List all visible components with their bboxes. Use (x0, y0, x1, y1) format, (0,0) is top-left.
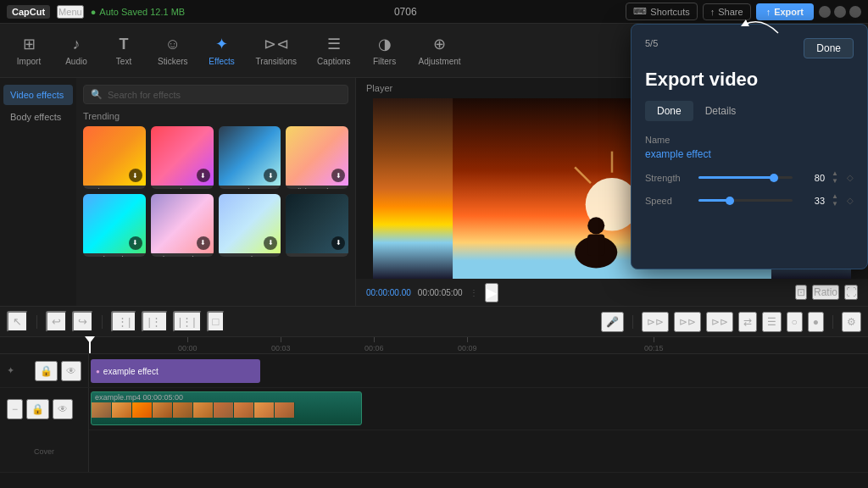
timeline-tracks: ✦ 🔒 👁 example effect − 🔒 (0, 354, 868, 488)
strength-label: Strength (645, 173, 692, 183)
stickers-icon: ☺ (165, 36, 181, 53)
ruler-marks: 00:00 00:03 00:06 00:09 00:15 (178, 337, 868, 353)
adjustment-label: Adjustment (419, 57, 461, 66)
effect-thumbnail-4: ⬇ (286, 126, 348, 186)
separator-1 (36, 315, 37, 329)
tl-ctrl-4[interactable]: ⇄ (738, 312, 757, 332)
menu-button[interactable]: Menu (57, 5, 84, 19)
effect-thumbnail-6: ⬇ (151, 194, 214, 253)
playhead[interactable] (89, 337, 91, 353)
tab-details[interactable]: Details (693, 101, 748, 121)
download-icon-3: ⬇ (264, 169, 277, 182)
tl-ctrl-6[interactable]: ○ (787, 312, 803, 332)
toolbar-captions[interactable]: ☰ Captions (309, 30, 359, 71)
effect-lock-button[interactable]: 🔒 (35, 361, 58, 381)
search-bar[interactable]: 🔍 Search for effects (83, 85, 348, 104)
speed-row: Speed 33 ▲ ▼ ◇ (645, 193, 854, 208)
toolbar-adjustment[interactable]: ⊕ Adjustment (410, 30, 470, 71)
timeline-settings-button[interactable]: ⚙ (842, 312, 861, 332)
ruler-tick-1 (281, 337, 281, 342)
close-button[interactable] (849, 6, 861, 18)
effect-item-leak[interactable]: ⬇ Leak 1 (219, 194, 281, 257)
effects-label: Effects (209, 57, 234, 66)
download-icon-5: ⬇ (129, 236, 142, 250)
video-effects-label: Video effects (10, 90, 64, 100)
nav-video-effects[interactable]: Video effects (3, 85, 73, 105)
strength-fill (698, 176, 774, 179)
toolbar-stickers[interactable]: ☺ Stickers (149, 30, 197, 71)
download-icon-8: ⬇ (331, 236, 345, 250)
toolbar-filters[interactable]: ◑ Filters (363, 30, 407, 71)
effect-item-flickery[interactable]: ⬇ Flickery Shots (286, 126, 348, 189)
tl-ctrl-5[interactable]: ☰ (762, 312, 782, 332)
strength-spinner[interactable]: ▲ ▼ (832, 170, 838, 185)
nav-body-effects[interactable]: Body effects (3, 107, 73, 127)
effect-track-controls: 🔒 👁 (35, 361, 81, 381)
tl-ctrl-3[interactable]: ⊳⊳ (706, 312, 733, 332)
split-button[interactable]: |⋮| (173, 311, 202, 332)
transitions-icon: ⊳⊲ (264, 35, 289, 53)
mic-button[interactable]: 🎤 (601, 312, 624, 332)
effect-item-diamo-zoom[interactable]: ⬇ Diam...Zoom (83, 126, 146, 189)
window-controls (819, 6, 861, 18)
split-before-button[interactable]: ⋮| (111, 311, 136, 332)
toolbar-effects[interactable]: ✦ Effects (200, 30, 244, 71)
filters-label: Filters (373, 57, 396, 66)
separator-4 (832, 315, 833, 329)
video-lock-button[interactable]: 🔒 (26, 399, 49, 419)
fullscreen-fit-button[interactable]: ⊡ (795, 285, 807, 300)
body-effects-label: Body effects (10, 112, 61, 122)
audio-icon: ♪ (73, 36, 81, 53)
toolbar-transitions[interactable]: ⊳⊲ Transitions (248, 30, 306, 71)
maximize-button[interactable] (834, 6, 846, 18)
ruler-label-1: 00:03 (271, 344, 291, 352)
effect-item-fade-in[interactable]: ⬇ Fade In (219, 126, 281, 189)
strength-slider[interactable] (698, 176, 793, 179)
video-track-header: − 🔒 👁 (0, 388, 89, 430)
strength-down[interactable]: ▼ (832, 178, 838, 185)
speed-up[interactable]: ▲ (832, 193, 838, 200)
toolbar-text[interactable]: T Text (102, 30, 146, 71)
speed-spinner[interactable]: ▲ ▼ (832, 193, 838, 208)
tl-ctrl-2[interactable]: ⊳⊳ (674, 312, 701, 332)
video-minus-button[interactable]: − (7, 399, 23, 419)
undo-button[interactable]: ↩ (46, 311, 67, 332)
cursor-tool[interactable]: ↖ (7, 311, 28, 332)
ratio-button[interactable]: Ratio (812, 285, 839, 300)
effect-item-edge-glow[interactable]: ⬇ Edge Glow (83, 194, 146, 257)
minimize-button[interactable] (819, 6, 831, 18)
redo-button[interactable]: ↪ (72, 311, 93, 332)
shortcuts-button[interactable]: ⌨ Shortcuts (626, 3, 697, 20)
svg-point-3 (587, 217, 604, 234)
separator-2 (102, 315, 103, 329)
split-after-button[interactable]: |⋮ (142, 311, 167, 332)
effect-item-blur[interactable]: ⬇ Blur (151, 126, 214, 189)
video-eye-button[interactable]: 👁 (53, 399, 73, 419)
tab-done[interactable]: Done (645, 101, 693, 121)
ratio-label: Ratio (814, 286, 837, 298)
speed-slider[interactable] (698, 199, 793, 202)
fullscreen-button[interactable]: ⛶ (844, 285, 858, 300)
effect-label-7: Leak 1 (219, 253, 281, 257)
effect-clip[interactable]: example effect (91, 359, 260, 383)
tl-ctrl-7[interactable]: ● (808, 312, 824, 332)
strength-up[interactable]: ▲ (832, 170, 838, 177)
name-label: Name (645, 135, 854, 145)
delete-button[interactable]: □ (207, 311, 225, 332)
effect-item-sharp-edges[interactable]: ⬇ Sharp...Edges (151, 194, 214, 257)
play-button[interactable]: ▶ (485, 283, 498, 302)
current-time: 00:00:00.00 (366, 288, 411, 297)
strength-thumb (770, 174, 778, 182)
audio-label: Audio (65, 57, 87, 66)
tl-ctrl-1[interactable]: ⊳⊳ (642, 312, 669, 332)
effect-item-camera-focus[interactable]: ⬇ Camera Focus (286, 194, 348, 257)
ruler-mark-3: 00:09 (458, 337, 477, 352)
toolbar-audio[interactable]: ♪ Audio (54, 30, 98, 71)
video-clip[interactable]: example.mp4 00:00:05:00 (91, 391, 362, 425)
export-counter: 5/5 (645, 38, 658, 48)
done-button[interactable]: Done (804, 38, 854, 58)
effect-eye-button[interactable]: 👁 (61, 361, 81, 381)
effect-label-3: Fade In (219, 186, 281, 189)
toolbar-import[interactable]: ⊞ Import (7, 30, 51, 71)
speed-down[interactable]: ▼ (832, 201, 838, 208)
